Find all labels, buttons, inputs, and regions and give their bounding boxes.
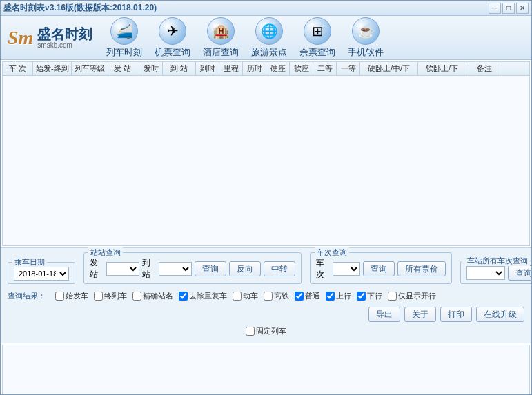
logo-url: smskb.com bbox=[37, 41, 92, 49]
close-button[interactable]: ✕ bbox=[516, 3, 529, 14]
filter-onlyopen[interactable]: 仅显示开行 bbox=[388, 291, 436, 301]
station-query-button[interactable]: 查询 bbox=[195, 261, 226, 276]
transfer-button[interactable]: 中转 bbox=[264, 261, 295, 276]
window-title: 盛名时刻表v3.16版(数据版本:2018.01.20) bbox=[3, 2, 489, 14]
all-price-button[interactable]: 所有票价 bbox=[397, 261, 446, 276]
column-header[interactable]: 始发-终到 bbox=[33, 62, 72, 75]
column-header[interactable]: 车 次 bbox=[3, 62, 33, 75]
filter-gaotie[interactable]: 高铁 bbox=[264, 291, 289, 301]
column-header[interactable]: 发 站 bbox=[106, 62, 139, 75]
column-header[interactable]: 软座 bbox=[290, 62, 313, 75]
nav-3[interactable]: 🌐旅游景点 bbox=[251, 17, 287, 59]
nav-label: 列车时刻 bbox=[106, 46, 142, 59]
column-header[interactable]: 备注 bbox=[466, 62, 502, 75]
export-button[interactable]: 导出 bbox=[368, 307, 400, 322]
detail-panel bbox=[2, 345, 530, 395]
nav-icon: ⊞ bbox=[304, 17, 331, 45]
logo-name: 盛名时刻 bbox=[37, 26, 92, 41]
filter-start[interactable]: 始发车 bbox=[55, 291, 88, 301]
filter-down[interactable]: 下行 bbox=[357, 291, 382, 301]
reverse-button[interactable]: 反向 bbox=[229, 261, 261, 276]
column-header[interactable]: 一等 bbox=[337, 62, 360, 75]
station-all-query-button[interactable]: 查询 bbox=[508, 265, 532, 281]
nav-label: 旅游景点 bbox=[251, 46, 287, 59]
date-group: 乘车日期 2018-01-18 bbox=[8, 262, 75, 284]
train-query-group: 车次查询 车次 查询 所有票价 bbox=[310, 252, 452, 284]
date-select[interactable]: 2018-01-18 bbox=[14, 267, 69, 281]
nav-label: 机票查询 bbox=[155, 46, 190, 59]
filter-end[interactable]: 终到车 bbox=[94, 291, 127, 301]
nav-1[interactable]: ✈机票查询 bbox=[155, 17, 190, 59]
nav-label: 酒店查询 bbox=[203, 46, 239, 59]
maximize-button[interactable]: □ bbox=[502, 3, 515, 14]
station-all-trains-group: 车站所有车次查询 查询 bbox=[460, 261, 532, 284]
nav-5[interactable]: ☕手机软件 bbox=[348, 17, 384, 59]
column-header[interactable]: 软卧上/下 bbox=[418, 62, 466, 75]
nav-2[interactable]: 🏨酒店查询 bbox=[203, 17, 239, 59]
nav-4[interactable]: ⊞余票查询 bbox=[299, 17, 335, 59]
filter-dongche[interactable]: 动车 bbox=[233, 291, 258, 301]
nav-icon: ☕ bbox=[352, 17, 380, 45]
filter-putong[interactable]: 普通 bbox=[295, 291, 320, 301]
column-header[interactable]: 到 站 bbox=[163, 62, 196, 75]
from-station-select[interactable] bbox=[106, 262, 139, 276]
filter-exact[interactable]: 精确站名 bbox=[132, 291, 173, 301]
result-label: 查询结果： bbox=[8, 291, 46, 301]
column-header[interactable]: 硬座 bbox=[266, 62, 290, 75]
station-query-group: 站站查询 发站 到站 查询 反向 中转 bbox=[83, 252, 302, 284]
filter-dedup[interactable]: 去除重复车 bbox=[179, 291, 227, 301]
fixed-train-checkbox[interactable]: 固定列车 bbox=[246, 326, 286, 336]
column-header[interactable]: 二等 bbox=[313, 62, 337, 75]
column-header[interactable]: 里程 bbox=[219, 62, 243, 75]
train-query-button[interactable]: 查询 bbox=[363, 261, 395, 276]
column-header[interactable]: 历时 bbox=[243, 62, 266, 75]
nav-icon: ✈ bbox=[159, 17, 186, 45]
train-select[interactable] bbox=[333, 262, 360, 276]
nav-icon: 🚄 bbox=[110, 17, 138, 45]
to-station-select[interactable] bbox=[159, 262, 192, 276]
station-all-select[interactable] bbox=[466, 266, 505, 280]
nav-icon: 🏨 bbox=[207, 17, 235, 45]
nav-icon: 🌐 bbox=[255, 17, 283, 45]
results-table: 车 次始发-终到列车等级发 站发时到 站到时里程历时硬座软座二等一等硬卧上/中/… bbox=[2, 61, 530, 246]
column-header[interactable]: 发时 bbox=[139, 62, 163, 75]
nav-label: 手机软件 bbox=[348, 46, 384, 59]
minimize-button[interactable]: ─ bbox=[489, 3, 501, 14]
about-button[interactable]: 关于 bbox=[404, 307, 436, 322]
column-header[interactable]: 硬卧上/中/下 bbox=[360, 62, 418, 75]
filter-up[interactable]: 上行 bbox=[326, 291, 351, 301]
logo: Sm 盛名时刻 smskb.com bbox=[8, 26, 92, 49]
logo-icon: Sm bbox=[8, 27, 33, 49]
nav-0[interactable]: 🚄列车时刻 bbox=[106, 17, 142, 59]
column-header[interactable]: 到时 bbox=[196, 62, 219, 75]
column-header[interactable]: 列车等级 bbox=[72, 62, 106, 75]
update-button[interactable]: 在线升级 bbox=[476, 307, 524, 322]
print-button[interactable]: 打印 bbox=[440, 307, 472, 322]
nav-label: 余票查询 bbox=[299, 46, 335, 59]
